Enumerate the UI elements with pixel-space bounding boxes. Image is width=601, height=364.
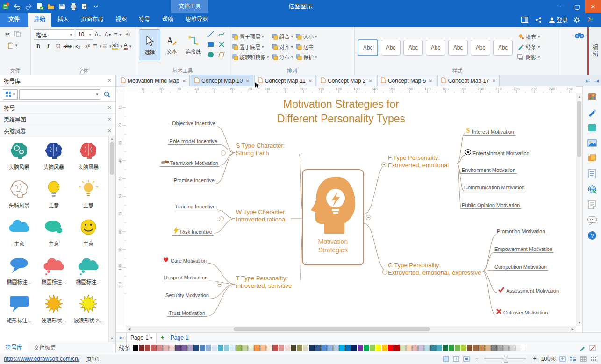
new-document-icon[interactable] <box>35 2 45 11</box>
cut-icon[interactable]: ✂ <box>3 29 12 39</box>
palette-swatch[interactable] <box>315 345 321 351</box>
palette-swatch[interactable] <box>400 345 406 351</box>
palette-swatch[interactable] <box>303 345 308 351</box>
minimize-button[interactable]: — <box>553 0 569 13</box>
symbol-item[interactable]: 主意 <box>36 177 71 214</box>
hyperlink-globe-icon[interactable] <box>586 183 599 196</box>
palette-swatch[interactable] <box>248 345 254 351</box>
clipart-icon[interactable] <box>586 152 599 165</box>
palette-swatch[interactable] <box>133 345 138 351</box>
search-icon[interactable] <box>101 90 113 99</box>
library-picker-button[interactable]: ▾ <box>3 89 18 100</box>
palette-swatch[interactable] <box>218 345 223 351</box>
section-header-1[interactable]: 符号✕ <box>0 102 115 114</box>
mindmap-subtopic[interactable]: Communication Motivation <box>463 185 526 191</box>
branch-topic[interactable]: S Type Character:Strong Faith <box>236 142 285 157</box>
style-sample-4[interactable]: Abc <box>426 40 445 56</box>
collapse-toggle-icon[interactable] <box>382 270 387 275</box>
arrange-button-9[interactable]: 保护▾ <box>296 52 317 62</box>
text-tool-button[interactable]: A 文本 <box>161 29 182 59</box>
palette-swatch[interactable] <box>485 345 491 351</box>
symbol-item[interactable]: 头脑风暴 <box>2 139 36 176</box>
symbol-item[interactable]: 头脑风暴 <box>71 139 106 176</box>
app-logo-icon[interactable] <box>1 2 11 11</box>
palette-swatch[interactable] <box>297 345 302 351</box>
tab-close-icon[interactable]: ✕ <box>369 79 372 84</box>
branch-topic[interactable]: G Type Personality:Extroverted, emotiona… <box>388 262 481 277</box>
scroll-right-icon[interactable]: ▶ <box>570 326 576 333</box>
symbol-item[interactable]: 头脑风暴 <box>2 177 36 214</box>
palette-swatch[interactable] <box>376 345 381 351</box>
document-tab-5[interactable]: Concept Map 5✕ <box>377 75 436 86</box>
section-close-icon[interactable]: ✕ <box>107 128 112 134</box>
panel-tab-2[interactable]: 文件恢复 <box>28 343 62 353</box>
paste-icon[interactable]: ▾ <box>3 41 21 50</box>
page-break-view-icon[interactable] <box>451 355 461 363</box>
bullet-list-icon[interactable]: ☰▾ <box>102 42 112 51</box>
collapse-toggle-icon[interactable] <box>366 215 371 220</box>
arrange-button-5[interactable]: 对齐▾ <box>272 42 293 52</box>
palette-swatch[interactable] <box>266 345 272 351</box>
document-tab-2[interactable]: Concept Map 10✕ <box>191 75 253 86</box>
subscript-button[interactable]: x₂ <box>73 42 82 51</box>
font-size-select[interactable]: 10▾ <box>76 29 93 40</box>
mindmap-title[interactable]: Motivation Strategies for Different Pers… <box>243 97 439 126</box>
palette-swatch[interactable] <box>157 345 163 351</box>
collapse-toggle-icon[interactable] <box>219 216 224 221</box>
scrollbar-thumb[interactable] <box>110 142 114 175</box>
palette-swatch[interactable] <box>242 345 248 351</box>
style-sample-7[interactable]: Abc <box>493 40 513 56</box>
palette-swatch[interactable] <box>467 345 472 351</box>
symbol-item[interactable]: 波浪形状 2... <box>71 292 106 329</box>
palette-swatch[interactable] <box>522 345 527 351</box>
menu-tab-page-layout[interactable]: 页面布局 <box>75 13 109 27</box>
rect-tool-icon[interactable] <box>206 40 215 49</box>
mindmap-subtopic[interactable]: Promotion Motivation <box>495 228 546 235</box>
line-style-pen-icon[interactable] <box>578 344 587 352</box>
symbol-search-input[interactable]: ▾ <box>19 89 100 100</box>
style-sample-2[interactable]: Abc <box>381 40 401 56</box>
undo-icon[interactable] <box>12 2 22 11</box>
window-layout-icon[interactable] <box>521 17 529 23</box>
palette-swatch[interactable] <box>345 345 351 351</box>
clear-format-icon[interactable]: ⟲ <box>123 30 132 39</box>
add-page-button[interactable]: + <box>157 334 168 341</box>
palette-swatch[interactable] <box>449 345 454 351</box>
share-icon[interactable] <box>535 17 543 23</box>
tab-scroll-left-icon[interactable]: ⇤ <box>585 78 590 85</box>
zoom-out-button[interactable]: − <box>472 355 481 363</box>
palette-swatch[interactable] <box>491 345 497 351</box>
palette-swatch[interactable] <box>291 345 296 351</box>
strikethrough-button[interactable]: abc <box>63 42 72 51</box>
palette-swatch[interactable] <box>206 345 211 351</box>
ellipse-tool-icon[interactable] <box>206 50 215 59</box>
panel-close-icon[interactable]: ✕ <box>107 78 112 84</box>
no-color-icon[interactable] <box>588 344 597 352</box>
quick-access-dropdown-icon[interactable] <box>91 2 101 11</box>
redo-icon[interactable] <box>23 2 34 11</box>
arrange-button-1[interactable]: 置于顶层▾ <box>232 31 269 42</box>
section-close-icon[interactable]: ✕ <box>107 105 112 111</box>
mindmap-center-topic[interactable]: Motivation Strategies <box>302 169 364 265</box>
style-button-3[interactable]: 阴影▾ <box>517 52 540 62</box>
help-icon[interactable]: ? <box>586 229 599 242</box>
palette-swatch[interactable] <box>370 345 375 351</box>
mindmap-subtopic[interactable]: Entertainment Motivation <box>464 149 531 157</box>
branch-topic[interactable]: F Type Personality:Extroverted, emotiona… <box>388 154 449 169</box>
print-icon[interactable] <box>68 2 79 11</box>
palette-swatch[interactable] <box>406 345 412 351</box>
arrange-button-6[interactable]: 分布▾ <box>272 52 293 62</box>
mindmap-subtopic[interactable]: Trust Motivation <box>167 310 207 317</box>
superscript-button[interactable]: x² <box>83 42 92 51</box>
mindmap-subtopic[interactable]: Empowerment Motivation <box>493 246 554 253</box>
note-icon[interactable] <box>586 198 599 211</box>
palette-swatch[interactable] <box>230 345 236 351</box>
mindmap-subtopic[interactable]: Teamwork Motivation <box>160 159 220 167</box>
palette-swatch[interactable] <box>430 345 436 351</box>
fit-window-icon[interactable] <box>558 355 567 363</box>
mindmap-subtopic[interactable]: Promise Incentive <box>172 178 216 184</box>
mindmap-subtopic[interactable]: Respect Motivation <box>162 275 209 281</box>
tab-close-icon[interactable]: ✕ <box>492 79 496 84</box>
connector-tool-button[interactable]: 连接线 <box>183 29 204 59</box>
palette-swatch[interactable] <box>424 345 430 351</box>
